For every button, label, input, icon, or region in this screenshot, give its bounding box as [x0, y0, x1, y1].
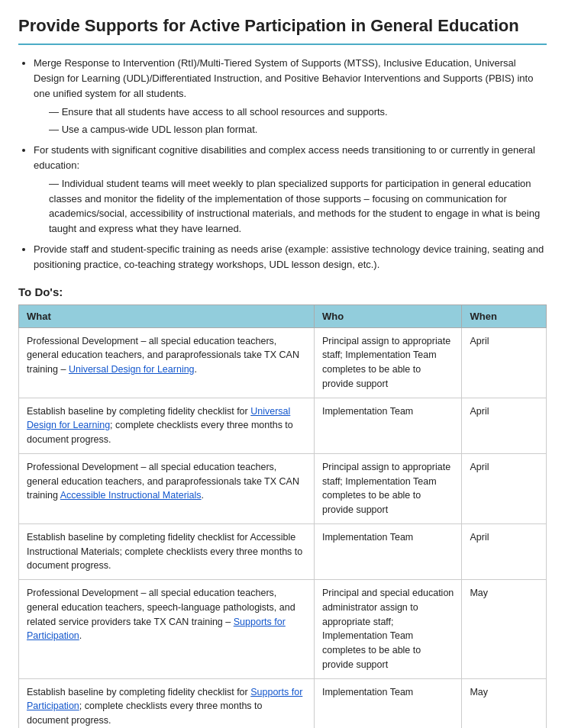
main-bullet-item: Merge Response to Intervention (RtI)/Mul…	[34, 56, 547, 137]
cell-what-text-after: .	[195, 364, 197, 375]
cell-what-text-after: .	[79, 630, 82, 641]
table-row: Establish baseline by completing fidelit…	[19, 398, 547, 453]
table-cell-when: April	[462, 327, 547, 398]
table-cell-who: Implementation Team	[314, 678, 461, 728]
table-body: Professional Development – all special e…	[19, 327, 547, 728]
sub-bullet-item: Ensure that all students have access to …	[49, 105, 547, 120]
table-row: Professional Development – all special e…	[19, 580, 547, 679]
table-cell-when: May	[462, 678, 547, 728]
todos-heading: To Do's:	[18, 285, 547, 298]
todos-table: What Who When Professional Development –…	[18, 304, 547, 728]
col-header-what: What	[19, 304, 315, 327]
title-divider	[18, 43, 547, 45]
table-header-row: What Who When	[19, 304, 547, 327]
cell-what-text-before: Establish baseline by completing fidelit…	[27, 687, 250, 697]
table-cell-what: Establish baseline by completing fidelit…	[19, 678, 315, 728]
table-cell-when: April	[462, 453, 547, 523]
cell-what-text-before: Establish baseline by completing fidelit…	[27, 406, 250, 417]
page-title: Provide Supports for Active Participatio…	[18, 15, 547, 37]
table-cell-what: Professional Development – all special e…	[19, 453, 315, 523]
table-cell-when: May	[462, 580, 547, 679]
table-cell-what: Establish baseline by completing fidelit…	[19, 523, 315, 579]
sub-bullet-item: Use a campus-wide UDL lesson plan format…	[49, 122, 547, 137]
main-bullet-item: For students with significant cognitive …	[34, 143, 547, 236]
table-cell-what: Establish baseline by completing fidelit…	[19, 398, 315, 453]
main-bullet-item: Provide staff and student-specific train…	[34, 242, 547, 272]
table-cell-who: Principal assign to appropriate staff; I…	[314, 453, 461, 523]
table-cell-what: Professional Development – all special e…	[19, 580, 315, 679]
cell-what-link[interactable]: Universal Design for Learning	[69, 364, 195, 375]
table-cell-when: April	[462, 398, 547, 453]
table-cell-who: Implementation Team	[314, 523, 461, 579]
table-cell-when: April	[462, 523, 547, 579]
table-cell-what: Professional Development – all special e…	[19, 327, 315, 398]
bullet-section: Merge Response to Intervention (RtI)/Mul…	[18, 56, 547, 273]
table-cell-who: Principal and special education administ…	[314, 580, 461, 679]
table-cell-who: Implementation Team	[314, 398, 461, 453]
cell-what-link[interactable]: Accessible Instructional Materials	[60, 490, 202, 501]
main-bullet-list: Merge Response to Intervention (RtI)/Mul…	[18, 56, 547, 273]
table-cell-who: Principal assign to appropriate staff; I…	[314, 327, 461, 398]
col-header-when: When	[462, 304, 547, 327]
col-header-who: Who	[314, 304, 461, 327]
cell-what-text-after: .	[202, 490, 204, 501]
table-row: Establish baseline by completing fidelit…	[19, 523, 547, 579]
sub-bullet-item: Individual student teams will meet weekl…	[49, 176, 547, 236]
table-row: Professional Development – all special e…	[19, 327, 547, 398]
table-row: Establish baseline by completing fidelit…	[19, 678, 547, 728]
table-row: Professional Development – all special e…	[19, 453, 547, 523]
